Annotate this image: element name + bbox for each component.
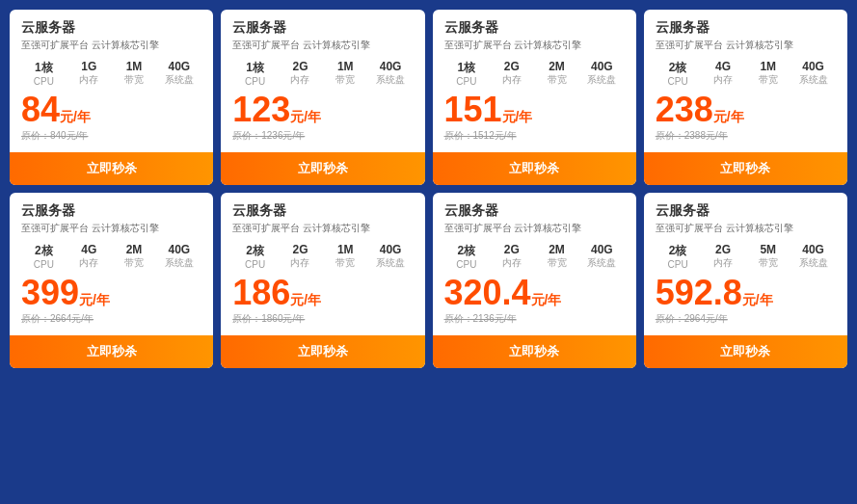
card-title: 云服务器 (232, 202, 413, 220)
spec-label: 内存 (278, 256, 323, 270)
spec-item-1: 4G内存 (701, 60, 746, 87)
specs-container: 1核CPU1G内存1M带宽40G系统盘 (21, 60, 201, 87)
spec-label: 系统盘 (156, 73, 201, 87)
price-main: 123元/年 (232, 93, 413, 127)
spec-value: 1M (745, 60, 790, 73)
price-area: 151元/年原价：1512元/年 (444, 93, 625, 143)
spec-label: 系统盘 (790, 73, 836, 87)
spec-label: 带宽 (323, 73, 368, 87)
spec-label: 系统盘 (156, 256, 201, 270)
spec-item-3: 40G系统盘 (156, 60, 201, 87)
price-main: 238元/年 (656, 93, 836, 127)
price-main: 592.8元/年 (656, 276, 836, 310)
spec-label: 带宽 (112, 73, 157, 87)
spec-value: 1M (323, 60, 368, 73)
card-title: 云服务器 (444, 202, 625, 220)
spec-label: CPU (444, 259, 490, 270)
price-original: 原价：2964元/年 (656, 312, 836, 326)
spec-value: 1核 (21, 60, 67, 76)
specs-container: 2核CPU2G内存1M带宽40G系统盘 (232, 243, 413, 270)
spec-item-3: 40G系统盘 (368, 60, 414, 87)
spec-value: 1M (112, 60, 157, 73)
price-main: 399元/年 (21, 276, 201, 310)
spec-item-1: 2G内存 (701, 243, 746, 270)
specs-container: 2核CPU4G内存1M带宽40G系统盘 (656, 60, 836, 87)
spec-value: 2G (278, 243, 323, 256)
price-original: 原价：1236元/年 (232, 129, 413, 143)
buy-button[interactable]: 立即秒杀 (221, 152, 424, 185)
price-area: 320.4元/年原价：2136元/年 (444, 276, 625, 326)
spec-label: 带宽 (112, 256, 157, 270)
spec-value: 40G (156, 243, 201, 256)
spec-item-3: 40G系统盘 (579, 243, 625, 270)
price-big: 320.4 (444, 273, 531, 312)
price-original: 原价：840元/年 (21, 129, 201, 143)
spec-value: 2M (534, 243, 579, 256)
price-area: 186元/年原价：1860元/年 (232, 276, 413, 326)
spec-item-0: 1核CPU (444, 60, 490, 87)
specs-container: 2核CPU2G内存5M带宽40G系统盘 (656, 243, 836, 270)
spec-item-1: 4G内存 (67, 243, 112, 270)
buy-button[interactable]: 立即秒杀 (10, 335, 213, 368)
spec-item-2: 1M带宽 (112, 60, 157, 87)
spec-label: CPU (21, 259, 67, 270)
price-unit: 元/年 (531, 292, 562, 307)
spec-value: 1核 (444, 60, 490, 76)
card-title: 云服务器 (656, 19, 836, 37)
spec-label: CPU (444, 76, 490, 87)
buy-button[interactable]: 立即秒杀 (221, 335, 424, 368)
spec-item-2: 2M带宽 (534, 243, 579, 270)
price-area: 399元/年原价：2664元/年 (21, 276, 201, 326)
spec-value: 2G (489, 60, 534, 73)
spec-label: 带宽 (534, 73, 579, 87)
card-1-2: 云服务器至强可扩展平台 云计算核芯引擎2核CPU2G内存2M带宽40G系统盘32… (433, 193, 636, 368)
buy-button[interactable]: 立即秒杀 (433, 335, 636, 368)
spec-label: 内存 (67, 256, 112, 270)
buy-button[interactable]: 立即秒杀 (644, 152, 847, 185)
spec-item-2: 5M带宽 (745, 243, 790, 270)
spec-label: 内存 (67, 73, 112, 87)
spec-label: 带宽 (534, 256, 579, 270)
spec-item-0: 1核CPU (232, 60, 278, 87)
specs-container: 2核CPU4G内存2M带宽40G系统盘 (21, 243, 201, 270)
spec-value: 2M (534, 60, 579, 73)
spec-value: 2核 (21, 243, 67, 259)
card-0-1: 云服务器至强可扩展平台 云计算核芯引擎1核CPU2G内存1M带宽40G系统盘12… (221, 10, 424, 185)
spec-label: 内存 (278, 73, 323, 87)
card-subtitle: 至强可扩展平台 云计算核芯引擎 (444, 39, 625, 52)
price-original: 原价：2136元/年 (444, 312, 625, 326)
buy-button[interactable]: 立即秒杀 (10, 152, 213, 185)
card-title: 云服务器 (444, 19, 625, 37)
price-unit: 元/年 (502, 109, 533, 124)
card-0-0: 云服务器至强可扩展平台 云计算核芯引擎1核CPU1G内存1M带宽40G系统盘84… (10, 10, 213, 185)
price-big: 151 (444, 90, 502, 129)
specs-container: 2核CPU2G内存2M带宽40G系统盘 (444, 243, 625, 270)
spec-label: 内存 (701, 256, 746, 270)
buy-button[interactable]: 立即秒杀 (433, 152, 636, 185)
price-big: 84 (21, 90, 60, 129)
price-big: 399 (21, 273, 79, 312)
spec-value: 40G (790, 60, 836, 73)
price-main: 151元/年 (444, 93, 625, 127)
card-subtitle: 至强可扩展平台 云计算核芯引擎 (656, 222, 836, 235)
spec-value: 1M (323, 243, 368, 256)
price-original: 原价：2664元/年 (21, 312, 201, 326)
spec-value: 2G (278, 60, 323, 73)
spec-value: 2核 (656, 243, 701, 259)
price-big: 186 (232, 273, 290, 312)
card-title: 云服务器 (21, 202, 201, 220)
spec-item-0: 1核CPU (21, 60, 67, 87)
spec-value: 40G (579, 60, 625, 73)
price-unit: 元/年 (60, 109, 91, 124)
price-area: 238元/年原价：2388元/年 (656, 93, 836, 143)
buy-button[interactable]: 立即秒杀 (644, 335, 847, 368)
spec-value: 4G (701, 60, 746, 73)
card-body: 云服务器至强可扩展平台 云计算核芯引擎1核CPU2G内存1M带宽40G系统盘12… (221, 10, 424, 152)
spec-item-0: 2核CPU (656, 243, 701, 270)
price-original: 原价：2388元/年 (656, 129, 836, 143)
spec-item-0: 2核CPU (656, 60, 701, 87)
spec-value: 2M (112, 243, 157, 256)
spec-value: 1G (67, 60, 112, 73)
spec-value: 2核 (444, 243, 490, 259)
spec-label: 系统盘 (790, 256, 836, 270)
